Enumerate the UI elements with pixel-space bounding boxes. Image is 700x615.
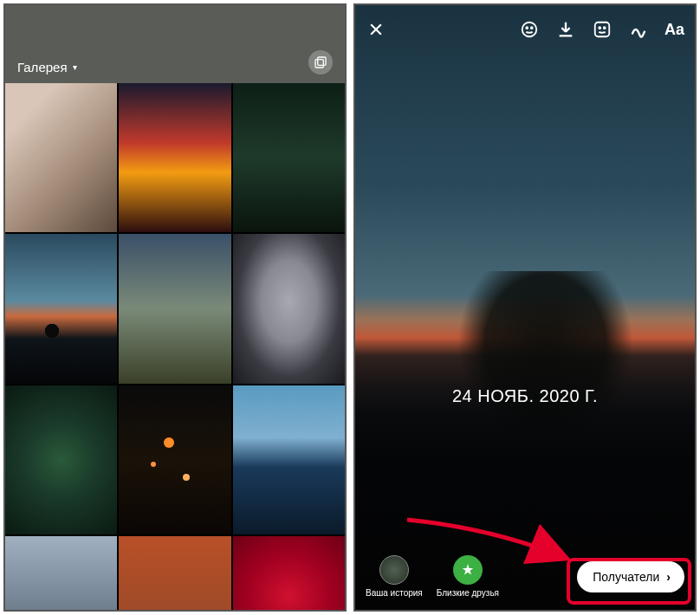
- chevron-down-icon: ▾: [73, 62, 77, 72]
- download-icon: [556, 20, 575, 39]
- recipients-label: Получатели: [593, 570, 659, 584]
- your-story-avatar: [379, 555, 409, 585]
- svg-rect-1: [315, 60, 323, 68]
- gallery-thumb[interactable]: [119, 536, 230, 612]
- svg-point-5: [526, 27, 528, 29]
- multi-select-button[interactable]: [308, 50, 333, 74]
- draw-icon: [629, 20, 648, 39]
- gallery-thumb[interactable]: [5, 234, 117, 383]
- text-button[interactable]: Aa: [664, 21, 684, 39]
- svg-point-8: [599, 27, 600, 29]
- gallery-thumb[interactable]: [233, 536, 345, 612]
- your-story-label: Ваша история: [366, 588, 423, 598]
- gallery-thumb[interactable]: [119, 385, 230, 534]
- close-button[interactable]: [366, 19, 386, 40]
- close-friends-icon: [453, 555, 483, 585]
- gallery-thumb[interactable]: [233, 385, 345, 534]
- gallery-thumb[interactable]: [233, 83, 345, 232]
- close-friends-label: Близкие друзья: [437, 588, 499, 598]
- svg-point-6: [531, 27, 533, 29]
- gallery-thumb[interactable]: [119, 234, 230, 383]
- gallery-header: Галерея ▾: [5, 5, 345, 83]
- face-icon: [520, 20, 539, 39]
- close-friends-button[interactable]: Близкие друзья: [437, 555, 499, 598]
- your-story-button[interactable]: Ваша история: [366, 555, 423, 598]
- gallery-thumb[interactable]: [233, 234, 345, 383]
- svg-rect-0: [318, 57, 326, 65]
- recipients-button[interactable]: Получатели ›: [577, 561, 684, 592]
- story-date-label[interactable]: 24 НОЯБ. 2020 Г.: [355, 386, 695, 406]
- star-icon: [461, 563, 475, 577]
- close-icon: [367, 21, 385, 38]
- story-canvas[interactable]: [355, 5, 695, 610]
- text-icon: Aa: [664, 21, 684, 38]
- editor-toolbar: Aa: [355, 10, 695, 49]
- svg-point-4: [522, 23, 537, 37]
- svg-rect-7: [595, 23, 610, 37]
- gallery-thumb[interactable]: [119, 83, 230, 232]
- chevron-right-icon: ›: [666, 570, 671, 584]
- editor-tools: Aa: [519, 19, 684, 40]
- gallery-title-label: Галерея: [17, 60, 68, 74]
- gallery-thumb[interactable]: [5, 83, 117, 232]
- screenshot-pair: Галерея ▾: [0, 0, 700, 615]
- gallery-picker-screen: Галерея ▾: [3, 3, 347, 612]
- gallery-grid: [5, 83, 345, 612]
- download-button[interactable]: [555, 19, 576, 40]
- face-filter-button[interactable]: [519, 19, 540, 40]
- gallery-source-dropdown[interactable]: Галерея ▾: [17, 60, 77, 74]
- gallery-thumb[interactable]: [5, 536, 117, 612]
- sticker-icon: [593, 20, 612, 39]
- svg-point-9: [604, 27, 606, 29]
- story-editor-screen: Aa 24 НОЯБ. 2020 Г. Ваша история Близкие…: [353, 3, 697, 612]
- multi-select-icon: [314, 55, 327, 69]
- share-bar: Ваша история Близкие друзья Получатели ›: [355, 555, 695, 598]
- draw-button[interactable]: [628, 19, 649, 40]
- sticker-button[interactable]: [592, 19, 612, 40]
- gallery-thumb[interactable]: [5, 385, 117, 534]
